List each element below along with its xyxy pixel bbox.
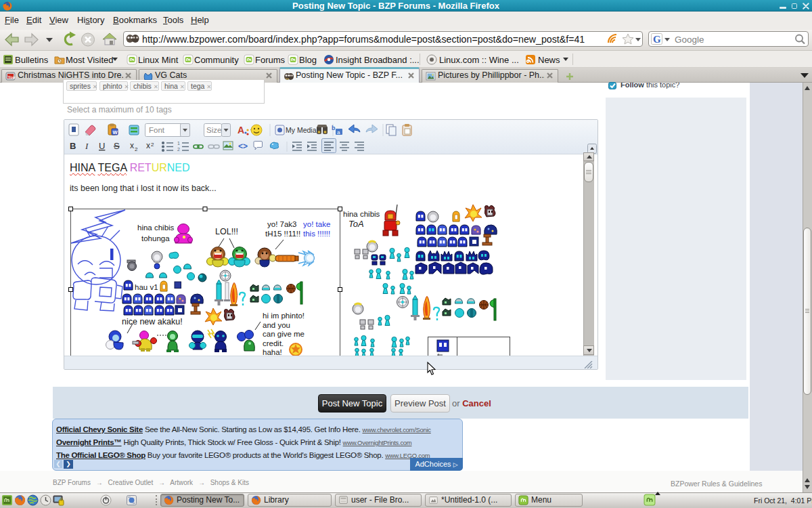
svg-text:nice new akaku!: nice new akaku! bbox=[122, 317, 183, 326]
svg-text:2: 2 bbox=[177, 147, 180, 152]
svg-text:hau v1: hau v1 bbox=[135, 283, 158, 291]
svg-text:G: G bbox=[653, 34, 661, 45]
svg-text:Size: Size bbox=[206, 126, 221, 134]
svg-text:x: x bbox=[130, 141, 134, 150]
svg-text:2: 2 bbox=[135, 146, 138, 152]
svg-text:I: I bbox=[85, 141, 89, 151]
svg-text:haha!: haha! bbox=[263, 348, 282, 356]
svg-text:hi im phinto!: hi im phinto! bbox=[263, 312, 304, 320]
svg-text:hina chibis: hina chibis bbox=[343, 210, 380, 218]
svg-text:1: 1 bbox=[177, 141, 180, 146]
svg-text:yo! take: yo! take bbox=[303, 220, 330, 228]
svg-text:tH15 !!11!!: tH15 !!11!! bbox=[265, 230, 300, 238]
svg-text:hina chibis: hina chibis bbox=[137, 224, 175, 232]
svg-text:U: U bbox=[99, 141, 105, 151]
svg-text:You: You bbox=[8, 75, 16, 79]
svg-text:a: a bbox=[337, 129, 340, 135]
svg-text:yo! 7ak3: yo! 7ak3 bbox=[267, 220, 296, 228]
svg-text:Google: Google bbox=[675, 35, 704, 45]
svg-text:credit.: credit. bbox=[263, 339, 284, 347]
svg-text:W: W bbox=[113, 129, 118, 135]
svg-text:ToA: ToA bbox=[348, 219, 364, 229]
svg-text:2: 2 bbox=[151, 142, 154, 148]
svg-text:Font: Font bbox=[149, 126, 165, 134]
svg-text:My Media: My Media bbox=[286, 126, 317, 134]
svg-text:tohunga: tohunga bbox=[141, 234, 170, 242]
svg-text:S: S bbox=[114, 141, 120, 151]
svg-text:can give me: can give me bbox=[263, 330, 304, 338]
svg-text:this !!!!!!: this !!!!!! bbox=[303, 230, 330, 238]
svg-text:A: A bbox=[238, 125, 244, 135]
svg-text:<>: <> bbox=[238, 142, 248, 151]
svg-text:b: b bbox=[332, 125, 336, 131]
svg-text:and you: and you bbox=[263, 321, 290, 329]
svg-text:B: B bbox=[70, 141, 76, 151]
svg-text:x: x bbox=[146, 141, 150, 150]
svg-text:LOL!!!: LOL!!! bbox=[215, 227, 238, 236]
